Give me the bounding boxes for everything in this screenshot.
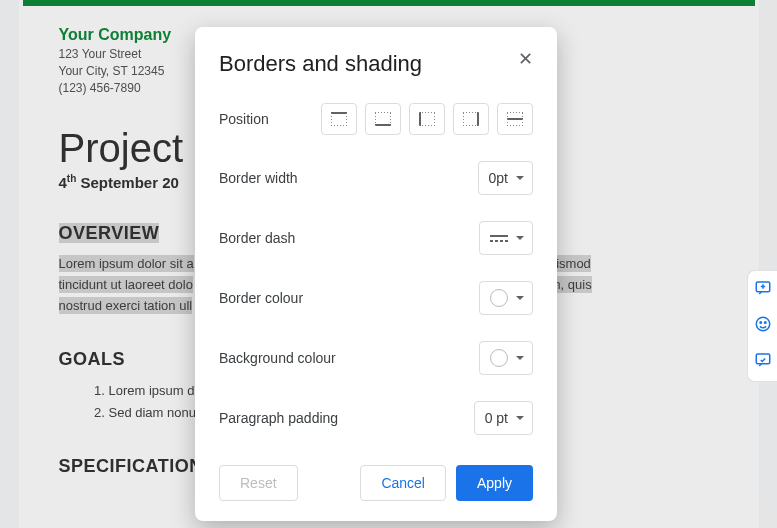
colour-swatch-icon	[490, 349, 508, 367]
close-button[interactable]: ✕	[511, 45, 539, 73]
close-icon: ✕	[518, 49, 533, 69]
border-width-label: Border width	[219, 170, 298, 186]
border-bottom-button[interactable]	[365, 103, 401, 135]
border-dash-dropdown[interactable]	[479, 221, 533, 255]
border-dash-label: Border dash	[219, 230, 295, 246]
paragraph-padding-value: 0 pt	[485, 410, 508, 426]
svg-point-2	[760, 322, 762, 324]
border-top-icon	[331, 112, 347, 126]
border-width-dropdown[interactable]: 0pt	[478, 161, 533, 195]
border-colour-dropdown[interactable]	[479, 281, 533, 315]
border-top-button[interactable]	[321, 103, 357, 135]
chevron-down-icon	[516, 296, 524, 300]
border-right-icon	[463, 112, 479, 126]
border-width-value: 0pt	[489, 170, 508, 186]
svg-point-1	[756, 317, 770, 331]
suggest-edits-icon[interactable]	[754, 351, 772, 373]
borders-shading-dialog: Borders and shading ✕ Position	[195, 27, 557, 521]
position-button-group	[321, 103, 533, 135]
border-width-row: Border width 0pt	[219, 161, 533, 195]
background-colour-label: Background colour	[219, 350, 336, 366]
svg-point-3	[764, 322, 766, 324]
border-left-icon	[419, 112, 435, 126]
background-colour-row: Background colour	[219, 341, 533, 375]
colour-swatch-icon	[490, 289, 508, 307]
chevron-down-icon	[516, 236, 524, 240]
chevron-down-icon	[516, 356, 524, 360]
border-right-button[interactable]	[453, 103, 489, 135]
cancel-button[interactable]: Cancel	[360, 465, 446, 501]
border-bottom-icon	[375, 112, 391, 126]
chevron-down-icon	[516, 176, 524, 180]
chevron-down-icon	[516, 416, 524, 420]
add-comment-icon[interactable]	[754, 279, 772, 301]
apply-button[interactable]: Apply	[456, 465, 533, 501]
paragraph-padding-row: Paragraph padding 0 pt	[219, 401, 533, 435]
border-dash-row: Border dash	[219, 221, 533, 255]
position-row: Position	[219, 103, 533, 135]
svg-rect-4	[756, 354, 770, 364]
border-between-icon	[507, 112, 523, 126]
border-colour-row: Border colour	[219, 281, 533, 315]
dialog-actions: Reset Cancel Apply	[219, 465, 533, 501]
paragraph-padding-dropdown[interactable]: 0 pt	[474, 401, 533, 435]
background-colour-dropdown[interactable]	[479, 341, 533, 375]
emoji-icon[interactable]	[754, 315, 772, 337]
border-colour-label: Border colour	[219, 290, 303, 306]
dash-style-icon	[490, 233, 508, 243]
reset-button[interactable]: Reset	[219, 465, 298, 501]
position-label: Position	[219, 111, 269, 127]
dialog-title: Borders and shading	[219, 51, 533, 77]
paragraph-padding-label: Paragraph padding	[219, 410, 338, 426]
side-rail	[747, 270, 777, 382]
border-left-button[interactable]	[409, 103, 445, 135]
border-between-button[interactable]	[497, 103, 533, 135]
